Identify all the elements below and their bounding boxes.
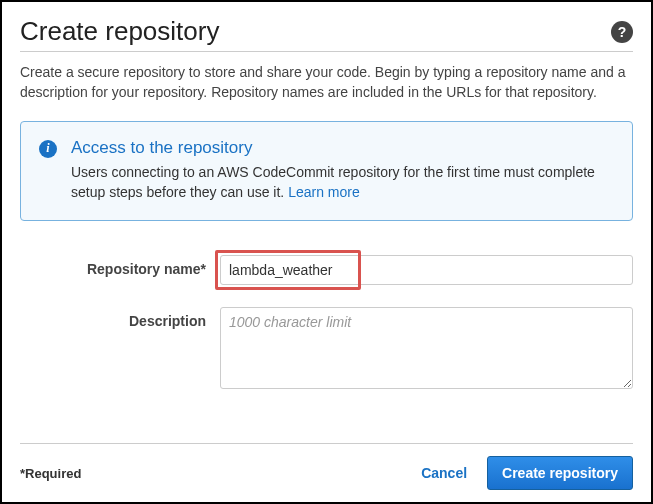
header: Create repository ? [20,16,633,52]
form-row-name: Repository name* [20,255,633,285]
repository-name-label: Repository name* [20,255,220,277]
page-title: Create repository [20,16,219,47]
required-note: *Required [20,466,81,481]
intro-text: Create a secure repository to store and … [20,62,633,103]
info-content: Access to the repository Users connectin… [71,138,614,203]
description-label: Description [20,307,220,329]
description-textarea[interactable] [220,307,633,389]
info-box: i Access to the repository Users connect… [20,121,633,222]
footer-actions: Cancel Create repository [421,456,633,490]
repository-name-input[interactable] [220,255,633,285]
info-icon: i [39,140,57,158]
repository-name-input-wrap [220,255,633,285]
info-title: Access to the repository [71,138,614,158]
cancel-button[interactable]: Cancel [421,465,467,481]
footer: *Required Cancel Create repository [20,443,633,490]
form-row-description: Description [20,307,633,392]
description-input-wrap [220,307,633,392]
create-repository-button[interactable]: Create repository [487,456,633,490]
learn-more-link[interactable]: Learn more [288,184,360,200]
info-text: Users connecting to an AWS CodeCommit re… [71,162,614,203]
help-icon[interactable]: ? [611,21,633,43]
